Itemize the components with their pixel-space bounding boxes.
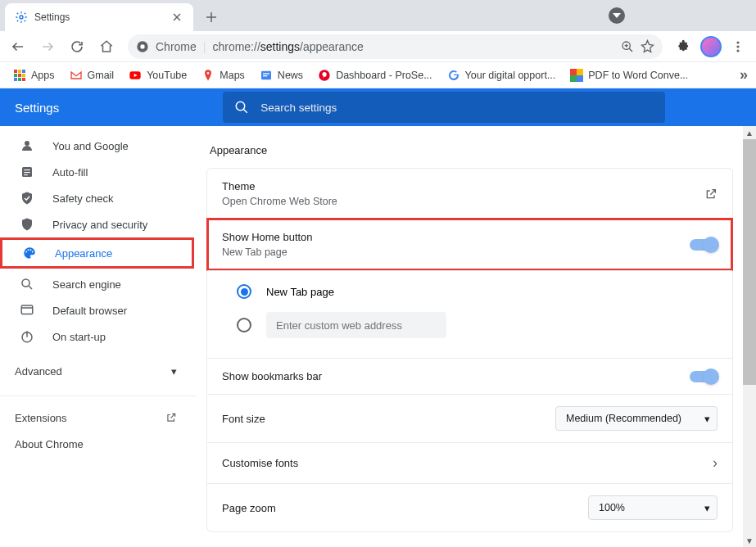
sidebar-item-appearance[interactable]: Appearance [2, 240, 192, 266]
sidebar-extensions[interactable]: Extensions [0, 405, 197, 431]
forward-button[interactable] [34, 34, 61, 60]
svg-rect-22 [263, 75, 267, 76]
close-tab-button[interactable] [170, 11, 183, 24]
chrome-logo-icon [136, 40, 149, 53]
home-button[interactable] [93, 34, 120, 60]
tab-strip: Settings [0, 0, 756, 31]
media-control-icon[interactable] [609, 7, 625, 24]
browser-icon [20, 303, 34, 318]
svg-rect-32 [24, 170, 30, 170]
svg-point-4 [20, 16, 23, 19]
page-zoom-select[interactable]: 100%▾ [588, 495, 718, 520]
radio-unchecked-icon [237, 318, 251, 332]
sidebar-item-autofill[interactable]: Auto-fill [0, 159, 197, 185]
svg-rect-27 [577, 75, 583, 82]
chevron-down-icon: ▾ [704, 413, 710, 425]
bookmark-pdf[interactable]: PDF to Word Conve... [565, 66, 693, 85]
scroll-thumb[interactable] [743, 139, 756, 385]
vertical-scrollbar[interactable]: ▲ ▼ [743, 126, 756, 547]
menu-button[interactable] [725, 34, 751, 60]
settings-header: Settings [0, 88, 756, 126]
svg-point-35 [25, 251, 27, 253]
tab-title: Settings [34, 11, 70, 23]
chevron-down-icon: ▾ [171, 365, 177, 377]
url-origin: Chrome [156, 40, 197, 53]
bookmark-gmail[interactable]: Gmail [65, 66, 120, 85]
svg-line-29 [243, 109, 247, 113]
content-area: Appearance ThemeOpen Chrome Web Store Sh… [197, 126, 756, 547]
apps-button[interactable]: Apps [8, 66, 60, 85]
svg-rect-24 [570, 69, 577, 75]
svg-rect-26 [570, 75, 577, 82]
svg-rect-21 [263, 73, 269, 74]
scroll-down-arrow[interactable]: ▼ [743, 534, 756, 547]
svg-rect-33 [24, 172, 30, 173]
apps-icon [13, 69, 26, 82]
sidebar-about[interactable]: About Chrome [0, 431, 197, 457]
bookmark-digital[interactable]: Your digital opport... [442, 66, 561, 85]
bookmarks-overflow[interactable]: » [740, 66, 748, 84]
sidebar-advanced[interactable]: Advanced▾ [0, 355, 197, 387]
search-icon [20, 277, 34, 292]
person-icon [20, 138, 34, 153]
svg-line-12 [629, 48, 632, 52]
show-bookmarks-toggle[interactable] [690, 371, 718, 382]
search-settings-input[interactable] [260, 102, 654, 114]
bookmark-dashboard[interactable]: Dashboard - ProSe... [313, 66, 437, 85]
svg-rect-34 [24, 174, 28, 175]
search-settings-box[interactable] [223, 92, 665, 123]
svg-point-30 [25, 141, 29, 146]
sidebar-item-search[interactable]: Search engine [0, 271, 197, 297]
sidebar-item-privacy[interactable]: Privacy and security [0, 211, 197, 237]
bookmark-maps[interactable]: Maps [197, 66, 250, 85]
svg-point-15 [736, 41, 739, 43]
safety-check-icon [20, 191, 34, 206]
header-title: Settings [15, 101, 59, 115]
external-link-icon [165, 412, 177, 423]
zoom-icon[interactable] [621, 40, 634, 53]
show-home-toggle[interactable] [690, 239, 718, 251]
radio-custom-url[interactable] [237, 305, 732, 345]
sidebar-item-startup[interactable]: On start-up [0, 323, 197, 350]
bookmarks-bar: Apps Gmail YouTube Maps News Dashboard -… [0, 62, 756, 88]
sidebar-item-default-browser[interactable]: Default browser [0, 297, 197, 323]
home-button-options: New Tab page [207, 270, 732, 358]
url-text: chrome://settings/appearance [212, 40, 363, 53]
search-icon [234, 100, 249, 115]
show-home-button-row: Show Home buttonNew Tab page [206, 218, 733, 271]
reload-button[interactable] [64, 34, 90, 60]
appearance-card: ThemeOpen Chrome Web Store Show Home but… [206, 168, 733, 532]
sidebar: You and Google Auto-fill Safety check Pr… [0, 126, 197, 547]
page-zoom-row: Page zoom 100%▾ [207, 483, 732, 531]
customise-fonts-row[interactable]: Customise fonts › [207, 442, 732, 483]
profile-avatar[interactable] [700, 36, 722, 57]
new-tab-button[interactable] [200, 6, 223, 29]
svg-point-17 [736, 49, 739, 52]
sidebar-item-safety[interactable]: Safety check [0, 185, 197, 211]
back-button[interactable] [5, 34, 31, 60]
bookmark-star-icon[interactable] [641, 39, 654, 53]
svg-point-16 [736, 45, 739, 47]
custom-url-input[interactable] [266, 312, 446, 338]
extensions-button[interactable] [671, 34, 697, 60]
font-size-row: Font size Medium (Recommended)▾ [207, 394, 732, 442]
omnibox[interactable]: Chrome | chrome://settings/appearance [128, 34, 663, 59]
bookmark-youtube[interactable]: YouTube [124, 66, 192, 85]
font-size-select[interactable]: Medium (Recommended)▾ [555, 406, 718, 431]
tab-settings[interactable]: Settings [5, 3, 193, 31]
apps-label: Apps [31, 70, 55, 81]
bookmark-news[interactable]: News [255, 66, 308, 85]
appearance-section-title: Appearance [210, 144, 733, 156]
gmail-icon [70, 69, 83, 82]
news-icon [260, 69, 273, 82]
show-bookmarks-row: Show bookmarks bar [207, 358, 732, 394]
google-icon [447, 69, 460, 82]
scroll-up-arrow[interactable]: ▲ [743, 126, 756, 139]
sidebar-item-you-google[interactable]: You and Google [0, 133, 197, 159]
youtube-icon [129, 69, 142, 82]
theme-row[interactable]: ThemeOpen Chrome Web Store [207, 169, 732, 219]
svg-point-10 [140, 44, 144, 48]
power-icon [20, 329, 34, 344]
svg-point-19 [207, 72, 210, 75]
radio-new-tab[interactable]: New Tab page [237, 278, 732, 305]
